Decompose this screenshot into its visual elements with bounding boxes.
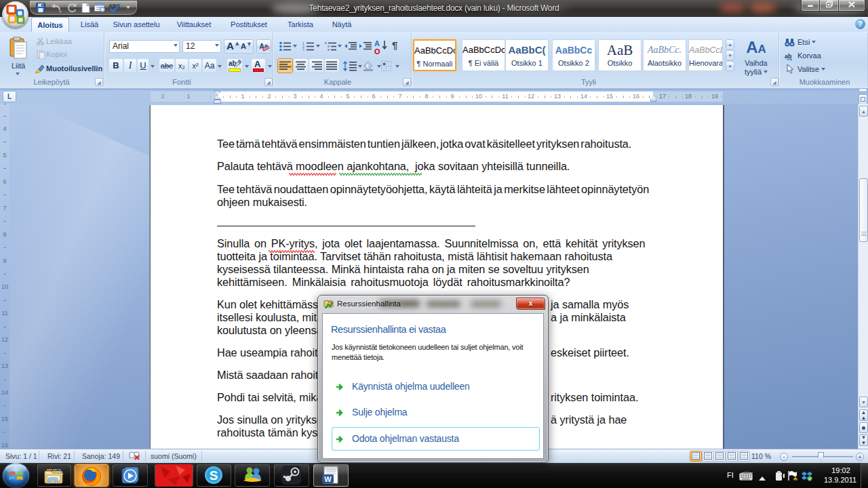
svg-text:!: !	[795, 478, 796, 482]
svg-text:W: W	[324, 475, 332, 483]
svg-text:S: S	[210, 468, 218, 483]
svg-text:3: 3	[302, 48, 304, 51]
